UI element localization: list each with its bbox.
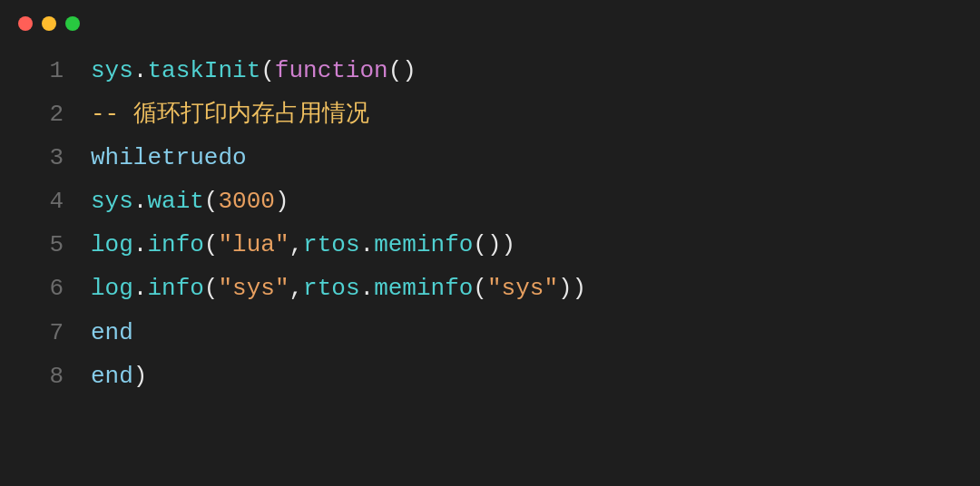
code-token: " <box>218 267 232 310</box>
code-token: )) <box>558 267 586 310</box>
code-token: " <box>487 267 502 310</box>
code-token: ( <box>204 267 219 310</box>
code-token: sys <box>91 49 133 92</box>
code-token: " <box>544 267 558 310</box>
code-token: . <box>133 180 148 223</box>
titlebar <box>0 0 980 40</box>
line-number: 1 <box>36 49 64 92</box>
line-content: sys.wait(3000) <box>91 180 289 223</box>
line-content: -- 循环打印内存占用情况 <box>91 92 369 136</box>
code-token: . <box>360 267 375 310</box>
line-content: end <box>91 311 133 355</box>
code-token: , <box>289 223 303 267</box>
code-token: ()) <box>473 223 515 267</box>
line-number: 3 <box>36 136 64 180</box>
code-token: sys <box>502 267 544 310</box>
code-token: log <box>91 267 133 310</box>
minimize-button[interactable] <box>42 16 56 31</box>
line-number: 2 <box>36 92 64 136</box>
close-button[interactable] <box>18 16 33 31</box>
code-token: sys <box>232 267 275 310</box>
code-line: 7 end <box>36 311 944 355</box>
code-token: , <box>289 267 303 310</box>
code-token: -- 循环打印内存占用情况 <box>91 92 369 136</box>
code-editor: 1sys.taskInit(function ()2 -- 循环打印内存占用情况… <box>0 40 980 486</box>
code-token: meminfo <box>374 223 473 267</box>
code-token: ( <box>204 180 219 223</box>
code-token: ( <box>204 223 219 267</box>
code-token: end <box>91 355 133 398</box>
code-line: 6 log.info("sys", rtos.meminfo("sys")) <box>36 267 944 310</box>
code-token: meminfo <box>374 267 473 310</box>
code-token: end <box>91 311 133 355</box>
line-content: log.info("lua", rtos.meminfo()) <box>91 223 515 267</box>
line-content: log.info("sys", rtos.meminfo("sys")) <box>91 267 586 310</box>
code-token: true <box>162 136 218 180</box>
maximize-button[interactable] <box>65 16 80 31</box>
line-content: while true do <box>91 136 247 180</box>
line-number: 4 <box>36 180 64 223</box>
code-token: function <box>275 49 388 92</box>
line-content: end) <box>91 355 147 398</box>
line-number: 6 <box>36 267 64 310</box>
code-token: rtos <box>303 267 359 310</box>
code-token: info <box>147 223 203 267</box>
line-content: sys.taskInit(function () <box>91 49 416 92</box>
code-token: ( <box>473 267 487 310</box>
code-line: 8end) <box>36 355 944 398</box>
code-token: do <box>218 136 246 180</box>
code-line: 3 while true do <box>36 136 944 180</box>
code-token: " <box>218 223 232 267</box>
code-token: ) <box>275 180 289 223</box>
line-number: 5 <box>36 223 64 267</box>
code-token: " <box>275 267 289 310</box>
code-token: sys <box>91 180 133 223</box>
code-token: info <box>147 267 203 310</box>
code-token: ( <box>260 49 275 92</box>
code-token: lua <box>232 223 275 267</box>
code-token: . <box>360 223 375 267</box>
code-line: 1sys.taskInit(function () <box>36 49 944 92</box>
code-line: 5 log.info("lua", rtos.meminfo()) <box>36 223 944 267</box>
code-token: log <box>91 223 133 267</box>
code-token: ) <box>133 355 148 398</box>
code-line: 4 sys.wait(3000) <box>36 180 944 223</box>
code-token: . <box>133 267 148 310</box>
code-token: 3000 <box>218 180 274 223</box>
line-number: 7 <box>36 311 64 355</box>
code-token: " <box>275 223 289 267</box>
line-number: 8 <box>36 355 64 398</box>
code-token: rtos <box>303 223 359 267</box>
code-token: wait <box>147 180 203 223</box>
code-token: . <box>133 49 148 92</box>
code-token: while <box>91 136 162 180</box>
code-token: . <box>133 223 148 267</box>
code-line: 2 -- 循环打印内存占用情况 <box>36 92 944 136</box>
code-token: taskInit <box>147 49 260 92</box>
code-token: () <box>388 49 416 92</box>
